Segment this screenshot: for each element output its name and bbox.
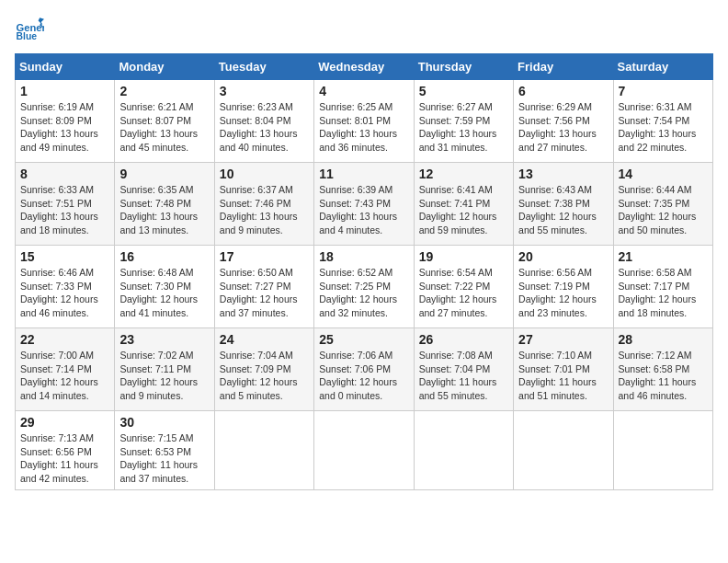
day-number: 23 — [119, 332, 209, 347]
day-info: Sunrise: 7:06 AM Sunset: 7:06 PM Dayligh… — [319, 350, 397, 401]
day-info: Sunrise: 7:15 AM Sunset: 6:53 PM Dayligh… — [119, 432, 198, 484]
day-cell-10: 10 Sunrise: 6:37 AM Sunset: 7:46 PM Dayl… — [214, 163, 313, 246]
day-number: 20 — [518, 249, 608, 264]
day-number: 12 — [419, 167, 508, 181]
day-number: 13 — [518, 167, 608, 181]
calendar-week-2: 8 Sunrise: 6:33 AM Sunset: 7:51 PM Dayli… — [16, 163, 713, 246]
day-cell-23: 23 Sunrise: 7:02 AM Sunset: 7:11 PM Dayl… — [115, 328, 214, 411]
day-number: 29 — [20, 415, 109, 430]
day-cell-16: 16 Sunrise: 6:48 AM Sunset: 7:30 PM Dayl… — [115, 246, 214, 328]
weekday-header-sunday: Sunday — [16, 54, 115, 80]
day-number: 17 — [220, 249, 309, 264]
day-cell-15: 15 Sunrise: 6:46 AM Sunset: 7:33 PM Dayl… — [16, 246, 115, 328]
day-number: 26 — [419, 332, 508, 347]
day-cell-5: 5 Sunrise: 6:27 AM Sunset: 7:59 PM Dayli… — [414, 80, 513, 163]
day-cell-20: 20 Sunrise: 6:56 AM Sunset: 7:19 PM Dayl… — [514, 246, 613, 328]
day-info: Sunrise: 6:37 AM Sunset: 7:46 PM Dayligh… — [220, 184, 298, 236]
day-info: Sunrise: 7:08 AM Sunset: 7:04 PM Dayligh… — [419, 350, 497, 401]
calendar-week-4: 22 Sunrise: 7:00 AM Sunset: 7:14 PM Dayl… — [16, 328, 713, 411]
day-number: 9 — [119, 167, 209, 181]
day-info: Sunrise: 6:56 AM Sunset: 7:19 PM Dayligh… — [518, 267, 597, 318]
day-info: Sunrise: 6:52 AM Sunset: 7:25 PM Dayligh… — [319, 267, 397, 318]
day-info: Sunrise: 6:29 AM Sunset: 7:56 PM Dayligh… — [518, 101, 597, 153]
day-cell-19: 19 Sunrise: 6:54 AM Sunset: 7:22 PM Dayl… — [414, 246, 513, 328]
calendar-header-row: SundayMondayTuesdayWednesdayThursdayFrid… — [16, 54, 713, 80]
day-number: 18 — [319, 249, 408, 264]
empty-cell — [514, 411, 613, 490]
day-cell-25: 25 Sunrise: 7:06 AM Sunset: 7:06 PM Dayl… — [314, 328, 414, 411]
empty-cell — [613, 411, 712, 490]
day-cell-22: 22 Sunrise: 7:00 AM Sunset: 7:14 PM Dayl… — [16, 328, 115, 411]
day-cell-21: 21 Sunrise: 6:58 AM Sunset: 7:17 PM Dayl… — [613, 246, 712, 328]
day-cell-18: 18 Sunrise: 6:52 AM Sunset: 7:25 PM Dayl… — [314, 246, 414, 328]
empty-cell — [414, 411, 513, 490]
weekday-header-monday: Monday — [115, 54, 214, 80]
day-info: Sunrise: 6:44 AM Sunset: 7:35 PM Dayligh… — [619, 184, 697, 236]
day-cell-30: 30 Sunrise: 7:15 AM Sunset: 6:53 PM Dayl… — [115, 411, 214, 490]
day-number: 4 — [319, 84, 408, 98]
day-number: 21 — [619, 249, 708, 264]
day-number: 30 — [119, 415, 209, 430]
day-number: 5 — [419, 84, 508, 98]
day-number: 2 — [119, 84, 209, 98]
day-cell-28: 28 Sunrise: 7:12 AM Sunset: 6:58 PM Dayl… — [613, 328, 712, 411]
day-cell-26: 26 Sunrise: 7:08 AM Sunset: 7:04 PM Dayl… — [414, 328, 513, 411]
day-cell-9: 9 Sunrise: 6:35 AM Sunset: 7:48 PM Dayli… — [115, 163, 214, 246]
day-number: 19 — [419, 249, 508, 264]
day-number: 6 — [518, 84, 608, 98]
day-info: Sunrise: 6:23 AM Sunset: 8:04 PM Dayligh… — [220, 101, 298, 153]
calendar-week-5: 29 Sunrise: 7:13 AM Sunset: 6:56 PM Dayl… — [16, 411, 713, 490]
weekday-header-tuesday: Tuesday — [214, 54, 313, 80]
weekday-header-friday: Friday — [514, 54, 613, 80]
calendar-week-1: 1 Sunrise: 6:19 AM Sunset: 8:09 PM Dayli… — [16, 80, 713, 163]
day-cell-29: 29 Sunrise: 7:13 AM Sunset: 6:56 PM Dayl… — [16, 411, 115, 490]
day-number: 7 — [619, 84, 708, 98]
calendar-table: SundayMondayTuesdayWednesdayThursdayFrid… — [15, 53, 713, 490]
day-number: 14 — [619, 167, 708, 181]
day-number: 11 — [319, 167, 408, 181]
day-info: Sunrise: 6:48 AM Sunset: 7:30 PM Dayligh… — [119, 267, 198, 318]
day-info: Sunrise: 6:50 AM Sunset: 7:27 PM Dayligh… — [220, 267, 298, 318]
day-number: 1 — [20, 84, 109, 98]
day-info: Sunrise: 6:19 AM Sunset: 8:09 PM Dayligh… — [20, 101, 98, 153]
day-info: Sunrise: 7:12 AM Sunset: 6:58 PM Dayligh… — [619, 350, 697, 401]
day-number: 24 — [220, 332, 309, 347]
day-number: 8 — [20, 167, 109, 181]
day-cell-4: 4 Sunrise: 6:25 AM Sunset: 8:01 PM Dayli… — [314, 80, 414, 163]
day-cell-27: 27 Sunrise: 7:10 AM Sunset: 7:01 PM Dayl… — [514, 328, 613, 411]
logo-icon: General Blue — [15, 15, 44, 44]
weekday-header-thursday: Thursday — [414, 54, 513, 80]
day-info: Sunrise: 6:39 AM Sunset: 7:43 PM Dayligh… — [319, 184, 397, 236]
day-info: Sunrise: 6:58 AM Sunset: 7:17 PM Dayligh… — [619, 267, 697, 318]
day-info: Sunrise: 7:00 AM Sunset: 7:14 PM Dayligh… — [20, 350, 98, 401]
day-info: Sunrise: 6:41 AM Sunset: 7:41 PM Dayligh… — [419, 184, 497, 236]
weekday-header-wednesday: Wednesday — [314, 54, 414, 80]
day-number: 28 — [619, 332, 708, 347]
day-number: 15 — [20, 249, 109, 264]
weekday-header-saturday: Saturday — [613, 54, 712, 80]
day-info: Sunrise: 6:27 AM Sunset: 7:59 PM Dayligh… — [419, 101, 497, 153]
day-cell-7: 7 Sunrise: 6:31 AM Sunset: 7:54 PM Dayli… — [613, 80, 712, 163]
day-number: 22 — [20, 332, 109, 347]
day-info: Sunrise: 7:04 AM Sunset: 7:09 PM Dayligh… — [220, 350, 298, 401]
empty-cell — [214, 411, 313, 490]
day-cell-6: 6 Sunrise: 6:29 AM Sunset: 7:56 PM Dayli… — [514, 80, 613, 163]
day-cell-1: 1 Sunrise: 6:19 AM Sunset: 8:09 PM Dayli… — [16, 80, 115, 163]
day-number: 16 — [119, 249, 209, 264]
day-info: Sunrise: 6:35 AM Sunset: 7:48 PM Dayligh… — [119, 184, 198, 236]
day-number: 25 — [319, 332, 408, 347]
day-cell-13: 13 Sunrise: 6:43 AM Sunset: 7:38 PM Dayl… — [514, 163, 613, 246]
day-info: Sunrise: 6:31 AM Sunset: 7:54 PM Dayligh… — [619, 101, 697, 153]
day-cell-8: 8 Sunrise: 6:33 AM Sunset: 7:51 PM Dayli… — [16, 163, 115, 246]
day-cell-17: 17 Sunrise: 6:50 AM Sunset: 7:27 PM Dayl… — [214, 246, 313, 328]
day-info: Sunrise: 6:33 AM Sunset: 7:51 PM Dayligh… — [20, 184, 98, 236]
day-number: 3 — [220, 84, 309, 98]
day-info: Sunrise: 6:21 AM Sunset: 8:07 PM Dayligh… — [119, 101, 198, 153]
calendar-week-3: 15 Sunrise: 6:46 AM Sunset: 7:33 PM Dayl… — [16, 246, 713, 328]
day-info: Sunrise: 7:13 AM Sunset: 6:56 PM Dayligh… — [20, 432, 98, 484]
day-info: Sunrise: 6:46 AM Sunset: 7:33 PM Dayligh… — [20, 267, 98, 318]
day-info: Sunrise: 7:02 AM Sunset: 7:11 PM Dayligh… — [119, 350, 198, 401]
day-cell-3: 3 Sunrise: 6:23 AM Sunset: 8:04 PM Dayli… — [214, 80, 313, 163]
day-cell-11: 11 Sunrise: 6:39 AM Sunset: 7:43 PM Dayl… — [314, 163, 414, 246]
page-header: General Blue — [15, 15, 713, 44]
